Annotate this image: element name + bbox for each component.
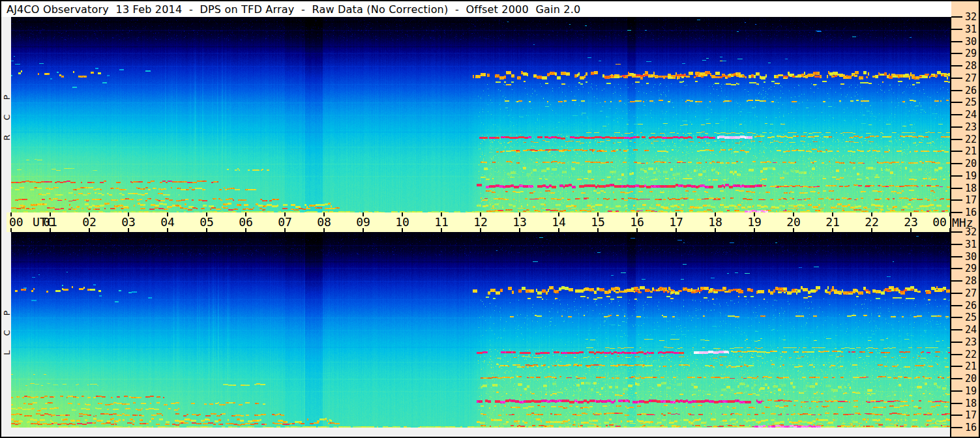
- freq-tick: [951, 78, 962, 79]
- freq-label: 16: [965, 422, 978, 433]
- freq-label: 24: [965, 109, 978, 121]
- freq-tick: [951, 427, 962, 428]
- freq-label: 24: [965, 324, 978, 336]
- freq-tick: [951, 102, 962, 103]
- freq-label: 29: [965, 263, 978, 274]
- hour-label: 06: [239, 216, 253, 229]
- spectrograph-window: AJ4CO Observatory 13 Feb 2014 - DPS on T…: [0, 0, 980, 438]
- freq-tick: [951, 231, 962, 233]
- hour-label: 09: [356, 216, 370, 229]
- freq-label: 17: [965, 409, 978, 421]
- freq-tick: [951, 390, 962, 392]
- hour-label: 12: [473, 216, 488, 229]
- freq-label: 31: [965, 23, 978, 35]
- freq-label: 21: [965, 360, 978, 372]
- frequency-scale: MHz 323130292827262524232221201918171632…: [951, 1, 979, 437]
- freq-tick: [951, 280, 962, 282]
- hour-label: 23: [904, 216, 918, 229]
- freq-label: 30: [965, 251, 978, 263]
- freq-tick: [951, 244, 962, 245]
- hour-label: 19: [747, 216, 762, 229]
- spectrogram-panel-lcp: [11, 232, 950, 428]
- freq-label: 32: [965, 11, 978, 23]
- hour-label: 14: [552, 216, 566, 229]
- freq-label: 32: [965, 226, 978, 238]
- freq-tick: [951, 268, 962, 269]
- freq-tick: [951, 114, 962, 115]
- freq-tick: [951, 139, 962, 140]
- freq-label: 30: [965, 36, 978, 48]
- freq-label: 26: [965, 300, 978, 312]
- hour-label: 16: [630, 216, 644, 229]
- hour-label: 07: [278, 216, 292, 229]
- freq-label: 20: [965, 373, 978, 385]
- bottom-gutter: [1, 428, 950, 437]
- freq-tick: [951, 317, 962, 318]
- spectrogram-panel-rcp: [11, 17, 950, 212]
- hour-label: 00: [932, 216, 947, 229]
- hour-label: 20: [786, 216, 801, 229]
- hour-label: 11: [434, 216, 449, 229]
- hour-label: 22: [865, 216, 879, 229]
- freq-tick: [951, 378, 962, 379]
- freq-label: 27: [965, 287, 978, 299]
- freq-tick: [951, 293, 962, 294]
- freq-tick: [951, 366, 962, 367]
- freq-tick: [951, 403, 962, 404]
- freq-label: 16: [965, 207, 978, 218]
- hour-label: 04: [160, 216, 175, 229]
- freq-tick: [951, 256, 962, 257]
- freq-tick: [951, 65, 962, 66]
- hour-label: 17: [669, 216, 683, 229]
- freq-label: 23: [965, 121, 978, 133]
- panel-label-rcp: R C P: [2, 89, 12, 140]
- freq-label: 18: [965, 182, 978, 194]
- hour-label: 13: [512, 216, 527, 229]
- hour-label: 01: [43, 216, 57, 229]
- hour-label: 03: [121, 216, 136, 229]
- freq-label: 21: [965, 145, 978, 157]
- freq-label: 25: [965, 312, 978, 323]
- freq-label: 17: [965, 194, 978, 206]
- freq-tick: [951, 163, 962, 164]
- freq-tick: [951, 90, 962, 91]
- panel-label-lcp: L C P: [2, 304, 12, 355]
- freq-label: 28: [965, 60, 978, 72]
- freq-label: 28: [965, 275, 978, 287]
- time-axis: UTC 000102030405060708091011121314151617…: [7, 212, 950, 232]
- freq-label: 26: [965, 85, 978, 96]
- freq-label: 23: [965, 336, 978, 348]
- freq-label: 22: [965, 134, 978, 145]
- hour-label: 05: [200, 216, 214, 229]
- freq-tick: [951, 151, 962, 152]
- freq-tick: [951, 41, 962, 42]
- freq-label: 27: [965, 72, 978, 84]
- hour-label: 18: [708, 216, 722, 229]
- freq-tick: [951, 188, 962, 189]
- hour-label: 00: [9, 216, 23, 229]
- freq-tick: [951, 16, 962, 18]
- hour-label: 08: [317, 216, 331, 229]
- freq-tick: [951, 354, 962, 355]
- freq-label: 19: [965, 170, 978, 182]
- hour-label: 15: [591, 216, 605, 229]
- freq-tick: [951, 126, 962, 128]
- freq-label: 19: [965, 385, 978, 397]
- freq-tick: [951, 212, 962, 213]
- freq-tick: [951, 175, 962, 177]
- freq-label: 31: [965, 239, 978, 250]
- freq-tick: [951, 415, 962, 416]
- hour-label: 10: [395, 216, 409, 229]
- freq-label: 20: [965, 158, 978, 169]
- freq-tick: [951, 342, 962, 343]
- freq-tick: [951, 329, 962, 330]
- freq-tick: [951, 29, 962, 30]
- title-text: AJ4CO Observatory 13 Feb 2014 - DPS on T…: [7, 1, 580, 18]
- freq-label: 18: [965, 398, 978, 409]
- freq-tick: [951, 305, 962, 306]
- freq-tick: [951, 53, 962, 54]
- hour-label: 21: [825, 216, 840, 229]
- title-bar: AJ4CO Observatory 13 Feb 2014 - DPS on T…: [1, 1, 951, 17]
- hour-label: 02: [82, 216, 97, 229]
- freq-label: 22: [965, 349, 978, 360]
